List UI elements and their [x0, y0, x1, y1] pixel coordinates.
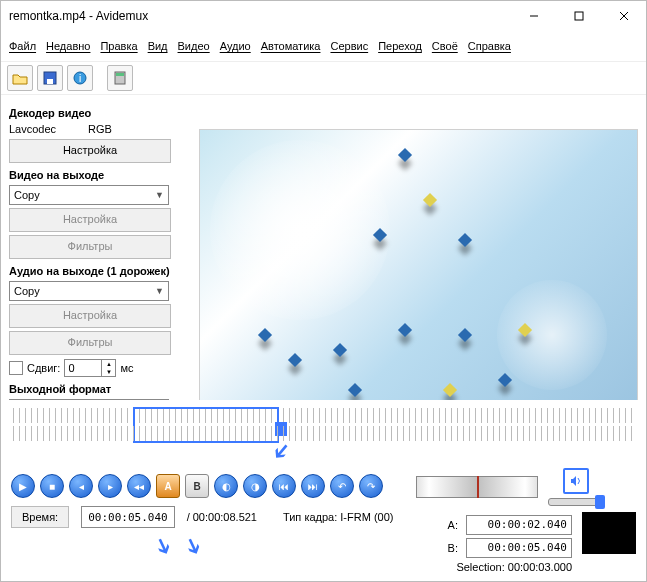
menu-own[interactable]: Своё — [432, 40, 458, 52]
total-time: / 00:00:08.521 — [187, 511, 257, 523]
info-icon[interactable]: i — [67, 65, 93, 91]
prev-black-button[interactable]: ◐ — [214, 474, 238, 498]
open-file-icon[interactable] — [7, 65, 33, 91]
prev-frame-button[interactable]: ◂ — [69, 474, 93, 498]
back-1min-button[interactable]: ↶ — [330, 474, 354, 498]
frame-type: Тип кадра: I-FRM (00) — [283, 511, 394, 523]
stop-button[interactable]: ■ — [40, 474, 64, 498]
calculator-icon[interactable] — [107, 65, 133, 91]
a-mark-value[interactable]: 00:00:02.040 — [466, 515, 572, 535]
set-b-marker-button[interactable]: B — [185, 474, 209, 498]
menu-help[interactable]: Справка — [468, 40, 511, 52]
decoder-format: RGB — [88, 123, 112, 135]
next-frame-button[interactable]: ▸ — [98, 474, 122, 498]
audio-out-configure-button: Настройка — [9, 304, 171, 328]
audio-out-filters-button: Фильтры — [9, 331, 171, 355]
video-out-title: Видео на выходе — [9, 169, 183, 181]
menubar: Файл Недавно Правка Вид Видео Аудио Авто… — [1, 31, 646, 61]
decoder-configure-button[interactable]: Настройка — [9, 139, 171, 163]
set-a-marker-button[interactable]: A — [156, 474, 180, 498]
decoder-title: Декодер видео — [9, 107, 183, 119]
chevron-down-icon: ▼ — [155, 286, 164, 296]
prev-keyframe-button[interactable]: ◂◂ — [127, 474, 151, 498]
audio-out-combo[interactable]: Copy▼ — [9, 281, 169, 301]
shift-label: Сдвиг: — [27, 362, 60, 374]
a-mark-label2: A: — [448, 519, 458, 531]
window-title: remontka.mp4 - Avidemux — [1, 9, 511, 23]
b-mark-value[interactable]: 00:00:05.040 — [466, 538, 572, 558]
chevron-down-icon: ▼ — [155, 190, 164, 200]
minimize-button[interactable] — [511, 2, 556, 31]
time-label-button[interactable]: Время: — [11, 506, 69, 528]
timeline-ruler-bottom[interactable] — [13, 426, 634, 441]
svg-text:i: i — [79, 73, 81, 84]
output-format-title: Выходной формат — [9, 383, 183, 395]
menu-go[interactable]: Переход — [378, 40, 422, 52]
shift-spinner[interactable]: 0 ▲▼ — [64, 359, 116, 377]
decoder-codec: Lavcodec — [9, 123, 56, 135]
menu-auto[interactable]: Автоматика — [261, 40, 321, 52]
current-time-field[interactable]: 00:00:05.040 — [81, 506, 174, 528]
menu-video[interactable]: Видео — [178, 40, 210, 52]
selection-duration: Selection: 00:00:03.000 — [416, 561, 572, 573]
b-mark-label: B: — [448, 542, 458, 554]
maximize-button[interactable] — [556, 2, 601, 31]
menu-tools[interactable]: Сервис — [330, 40, 368, 52]
video-preview — [199, 129, 638, 400]
svg-rect-9 — [116, 73, 124, 76]
volume-slider[interactable] — [548, 498, 604, 506]
audio-out-title: Аудио на выходе (1 дорожек) — [9, 265, 183, 277]
timeline-ruler-top[interactable] — [13, 408, 634, 423]
video-out-configure-button: Настройка — [9, 208, 171, 232]
save-icon[interactable] — [37, 65, 63, 91]
jog-wheel[interactable] — [416, 476, 538, 498]
shift-unit: мс — [120, 362, 133, 374]
menu-edit[interactable]: Правка — [100, 40, 137, 52]
menu-audio[interactable]: Аудио — [220, 40, 251, 52]
volume-icon[interactable] — [563, 468, 589, 494]
menu-view[interactable]: Вид — [148, 40, 168, 52]
first-frame-button[interactable]: ⏮ — [272, 474, 296, 498]
next-black-button[interactable]: ◑ — [243, 474, 267, 498]
menu-recent[interactable]: Недавно — [46, 40, 90, 52]
preview-thumb — [582, 512, 636, 554]
menu-file[interactable]: Файл — [9, 40, 36, 52]
close-button[interactable] — [601, 2, 646, 31]
svg-rect-5 — [47, 79, 53, 84]
svg-rect-1 — [575, 12, 583, 20]
last-frame-button[interactable]: ⏭ — [301, 474, 325, 498]
video-out-combo[interactable]: Copy▼ — [9, 185, 169, 205]
fwd-1min-button[interactable]: ↷ — [359, 474, 383, 498]
video-out-filters-button: Фильтры — [9, 235, 171, 259]
shift-checkbox[interactable] — [9, 361, 23, 375]
play-button[interactable]: ▶ — [11, 474, 35, 498]
